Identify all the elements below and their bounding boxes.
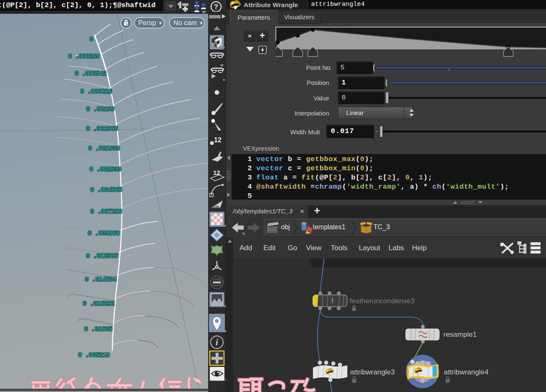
svg-text:0 .001639: 0 .001639 (88, 145, 120, 152)
svg-text:0 .000269: 0 .000269 (68, 53, 100, 60)
svg-text:0 .012385: 0 .012385 (86, 253, 118, 260)
svg-text:12: 12 (214, 136, 221, 143)
svg-text:0 .005219: 0 .005219 (78, 352, 110, 359)
svg-text:0 .000816: 0 .000816 (80, 88, 112, 95)
svg-text:0: 0 (90, 36, 93, 43)
svg-text:0 .016292: 0 .016292 (82, 300, 114, 307)
svg-text:0 .002839: 0 .002839 (89, 166, 121, 173)
svg-text:0 .004865: 0 .004865 (90, 187, 122, 194)
svg-text:i: i (216, 337, 218, 347)
svg-text:0 .007286: 0 .007286 (90, 208, 122, 215)
svg-text:0 .009868: 0 .009868 (88, 230, 119, 237)
svg-text:0 .001365: 0 .001365 (86, 126, 118, 133)
svg-text:0 .01605: 0 .01605 (84, 326, 113, 333)
svg-text:0 .00109: 0 .00109 (86, 106, 114, 113)
svg-text:0 .000542: 0 .000542 (75, 70, 106, 77)
svg-text:0 .014604: 0 .014604 (85, 276, 116, 283)
svg-text:12: 12 (213, 169, 220, 176)
svg-text:?: ? (214, 3, 218, 11)
